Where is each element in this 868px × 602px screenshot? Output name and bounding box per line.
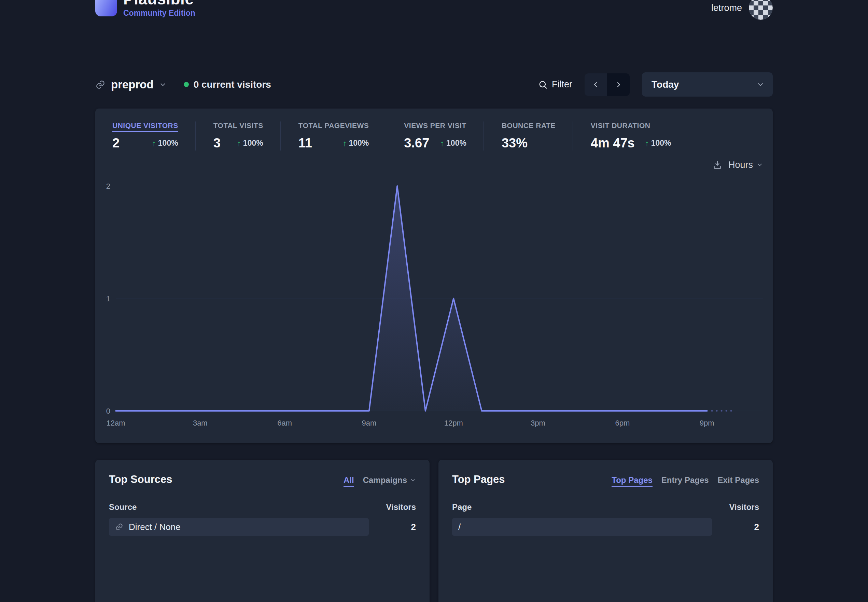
metric-change-value: 100% bbox=[158, 138, 178, 148]
table-header: Page Visitors bbox=[452, 502, 759, 512]
brand-subtitle: Community Edition bbox=[123, 9, 195, 18]
metric-label: TOTAL PAGEVIEWS bbox=[299, 121, 369, 132]
chevron-down-icon bbox=[159, 81, 167, 88]
metric-value: 11 bbox=[299, 136, 312, 150]
site-name: preprod bbox=[111, 78, 154, 91]
metric-change: ↑100% bbox=[237, 138, 263, 148]
metric-change-value: 100% bbox=[651, 138, 671, 148]
user-menu[interactable]: letrome bbox=[711, 0, 773, 20]
next-period-button[interactable] bbox=[607, 74, 629, 96]
metric-value: 33% bbox=[502, 136, 528, 150]
metrics-row: UNIQUE VISITORS 2 ↑100% TOTAL VISITS 3 ↑… bbox=[95, 109, 773, 150]
metric-change: ↑100% bbox=[152, 138, 178, 148]
up-arrow-icon: ↑ bbox=[440, 138, 444, 148]
plausible-logo-icon bbox=[95, 0, 117, 16]
metric-label: VISIT DURATION bbox=[591, 121, 651, 132]
avatar[interactable] bbox=[749, 0, 773, 20]
tab-all[interactable]: All bbox=[343, 475, 354, 487]
chevron-down-icon bbox=[410, 477, 416, 483]
link-icon bbox=[95, 80, 106, 90]
metric-value: 3 bbox=[213, 136, 221, 150]
online-dot-icon bbox=[184, 82, 189, 87]
metric-label: UNIQUE VISITORS bbox=[112, 121, 178, 132]
page-name: / bbox=[458, 522, 461, 532]
metric-change: ↑100% bbox=[440, 138, 466, 148]
visitors-chart[interactable]: 01212am3am6am9am12pm3pm6pm9pm bbox=[104, 178, 764, 435]
up-arrow-icon: ↑ bbox=[645, 138, 649, 148]
column-visitors: Visitors bbox=[386, 502, 416, 512]
x-tick-label: 12pm bbox=[444, 419, 463, 427]
source-bar[interactable]: Direct / None bbox=[109, 518, 369, 536]
filter-button[interactable]: Filter bbox=[538, 79, 572, 90]
brand-title: Plausible bbox=[123, 0, 195, 7]
date-nav-group bbox=[585, 74, 629, 96]
app-header: Plausible Community Edition letrome bbox=[95, 0, 773, 23]
chart-controls: Hours bbox=[95, 157, 763, 172]
y-tick-label: 0 bbox=[106, 407, 110, 415]
y-tick-label: 1 bbox=[106, 295, 110, 303]
bottom-row: Top Sources All Campaigns Source Visitor… bbox=[95, 460, 773, 602]
bar-track: / bbox=[452, 518, 712, 536]
current-visitors[interactable]: 0 current visitors bbox=[184, 79, 271, 90]
brand-text: Plausible Community Edition bbox=[123, 0, 195, 18]
stats-card: UNIQUE VISITORS 2 ↑100% TOTAL VISITS 3 ↑… bbox=[95, 109, 773, 443]
top-pages-tabs: Top Pages Entry Pages Exit Pages bbox=[611, 475, 759, 487]
download-icon bbox=[713, 160, 722, 170]
prev-period-button[interactable] bbox=[585, 74, 607, 96]
metric-change-value: 100% bbox=[446, 138, 466, 148]
metric-change-value: 100% bbox=[349, 138, 369, 148]
page-bar[interactable]: / bbox=[452, 518, 712, 536]
brand-link[interactable]: Plausible Community Edition bbox=[95, 0, 195, 18]
panel-title: Top Sources bbox=[109, 473, 172, 485]
visitors-value: 2 bbox=[712, 522, 759, 532]
top-pages-panel: Top Pages Top Pages Entry Pages Exit Pag… bbox=[439, 460, 773, 602]
column-page: Page bbox=[452, 502, 472, 512]
filter-label: Filter bbox=[552, 79, 572, 90]
link-icon bbox=[115, 523, 123, 531]
metric-value: 3.67 bbox=[404, 136, 429, 150]
date-range-dropdown[interactable]: Today bbox=[642, 72, 773, 97]
metric-visit-duration[interactable]: VISIT DURATION 4m 47s ↑100% bbox=[591, 121, 671, 150]
tab-entry-pages[interactable]: Entry Pages bbox=[662, 475, 709, 487]
tab-exit-pages[interactable]: Exit Pages bbox=[718, 475, 759, 487]
x-tick-label: 9am bbox=[362, 419, 377, 427]
metric-total-visits[interactable]: TOTAL VISITS 3 ↑100% bbox=[213, 121, 281, 150]
metric-value: 4m 47s bbox=[591, 136, 635, 150]
column-source: Source bbox=[109, 502, 137, 512]
y-tick-label: 2 bbox=[106, 182, 110, 190]
tab-campaigns[interactable]: Campaigns bbox=[363, 475, 416, 487]
current-visitors-label: 0 current visitors bbox=[194, 79, 271, 90]
table-row: / 2 bbox=[452, 518, 759, 536]
search-icon bbox=[538, 80, 548, 89]
up-arrow-icon: ↑ bbox=[343, 138, 347, 148]
table-header: Source Visitors bbox=[109, 502, 416, 512]
visitors-chart-svg[interactable]: 01212am3am6am9am12pm3pm6pm9pm bbox=[104, 178, 764, 435]
tab-top-pages[interactable]: Top Pages bbox=[611, 475, 653, 487]
metric-unique-visitors[interactable]: UNIQUE VISITORS 2 ↑100% bbox=[112, 121, 195, 150]
x-tick-label: 9pm bbox=[700, 419, 714, 427]
chevron-down-icon bbox=[756, 161, 763, 168]
chevron-down-icon bbox=[756, 81, 765, 89]
top-sources-tabs: All Campaigns bbox=[343, 475, 416, 487]
metric-label: VIEWS PER VISIT bbox=[404, 121, 466, 132]
metric-label: TOTAL VISITS bbox=[213, 121, 263, 132]
avatar-identicon bbox=[749, 0, 773, 20]
metric-change: ↑100% bbox=[645, 138, 671, 148]
metric-total-pageviews[interactable]: TOTAL PAGEVIEWS 11 ↑100% bbox=[299, 121, 386, 150]
x-tick-label: 6am bbox=[277, 419, 292, 427]
date-range-label: Today bbox=[651, 79, 679, 90]
tab-campaigns-label: Campaigns bbox=[363, 475, 407, 485]
x-tick-label: 6pm bbox=[615, 419, 629, 427]
export-button[interactable] bbox=[713, 160, 722, 170]
metric-value: 2 bbox=[112, 136, 120, 150]
x-tick-label: 3pm bbox=[531, 419, 545, 427]
interval-dropdown[interactable]: Hours bbox=[728, 160, 763, 170]
site-selector[interactable]: preprod bbox=[95, 78, 167, 91]
metric-views-per-visit[interactable]: VIEWS PER VISIT 3.67 ↑100% bbox=[404, 121, 484, 150]
metric-bounce-rate[interactable]: BOUNCE RATE 33% bbox=[502, 121, 573, 150]
metric-change-value: 100% bbox=[243, 138, 263, 148]
chevron-right-icon bbox=[614, 81, 622, 89]
metric-change: ↑100% bbox=[343, 138, 369, 148]
visitors-value: 2 bbox=[369, 522, 416, 532]
top-sources-panel: Top Sources All Campaigns Source Visitor… bbox=[95, 460, 429, 602]
